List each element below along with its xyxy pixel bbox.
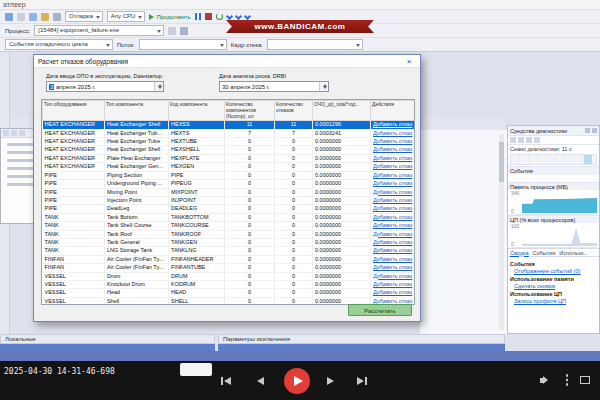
table-row[interactable]: TANK Tank Roof TANKROOF 0 0 0.0000000 До… xyxy=(43,230,416,238)
table-row[interactable]: HEAT EXCHANGER Heat Exchanger Tub... HEX… xyxy=(43,129,416,137)
col-ocho[interactable]: ОЧО_д(t_total*год... xyxy=(313,101,371,121)
add-failure-link[interactable]: Добавить отказ xyxy=(373,256,412,262)
table-row[interactable]: PIPE Mixing Point MIXPOINT 0 0 0.0000000… xyxy=(43,188,416,196)
add-failure-link[interactable]: Добавить отказ xyxy=(373,281,412,287)
stop-icon[interactable] xyxy=(205,13,212,20)
startup-date-picker[interactable]: 3 апреля 2025 г. xyxy=(46,81,164,92)
step-over-icon[interactable] xyxy=(226,13,233,20)
skip-forward-button[interactable] xyxy=(354,374,370,388)
table-row[interactable]: HEAT EXCHANGER Heat Exchanger Shell HEXS… xyxy=(43,121,416,129)
table-row[interactable]: VESSEL Knockout Drum KODRUM 0 0 0.000000… xyxy=(43,280,416,288)
document-scrollbar[interactable] xyxy=(499,134,504,330)
show-events-link[interactable]: Отображение событий (0) xyxy=(514,268,597,274)
diagnostics-tab[interactable]: События xyxy=(533,250,556,256)
pause-icon[interactable] xyxy=(195,13,197,20)
save-icon[interactable] xyxy=(29,13,37,21)
table-row[interactable]: VESSEL Drum DRUM 0 0 0.0000000 Добавить … xyxy=(43,272,416,280)
threads-icon[interactable] xyxy=(180,27,188,35)
close-icon[interactable] xyxy=(592,128,597,133)
table-row[interactable]: VESSEL Head HEAD 0 0 0.0000000 Добавить … xyxy=(43,289,416,297)
add-failure-link[interactable]: Добавить отказ xyxy=(373,172,412,178)
analysis-date-picker[interactable]: 30 апреля 2025 г. xyxy=(219,81,329,92)
skip-back-button[interactable] xyxy=(218,374,234,388)
table-row[interactable]: PIPE Piping Section PIPE 0 0 0.0000000 Д… xyxy=(43,171,416,179)
table-row[interactable]: TANK Tank Bottom TANKBOTTOM 0 0 0.000000… xyxy=(43,213,416,221)
table-row[interactable]: HEAT EXCHANGER Heat Exchanger Gen... HEX… xyxy=(43,163,416,171)
table-row[interactable]: HEAT EXCHANGER Heat Exchanger Shell HEXS… xyxy=(43,146,416,154)
table-row[interactable]: PIPE Underground Piping ... PIPEUG 0 0 0… xyxy=(43,180,416,188)
play-button[interactable] xyxy=(284,368,310,394)
record-cpu-link[interactable]: Запись профиля ЦП xyxy=(514,298,597,304)
col-component-code[interactable]: Код компонента xyxy=(169,101,225,121)
diagnostics-timeline[interactable] xyxy=(510,154,597,165)
add-failure-link[interactable]: Добавить отказ xyxy=(373,231,412,237)
new-file-icon[interactable] xyxy=(5,13,13,21)
tree-icon[interactable] xyxy=(3,130,9,136)
add-failure-link[interactable]: Добавить отказ xyxy=(373,155,412,161)
thread-dropdown[interactable] xyxy=(139,39,227,50)
add-failure-link[interactable]: Добавить отказ xyxy=(373,130,412,136)
diagnostics-tab[interactable]: Использо... xyxy=(559,250,588,256)
undo-icon[interactable] xyxy=(41,13,49,21)
table-row[interactable]: FINFAN Air Cooler (FinFan Ty... FINFANTU… xyxy=(43,264,416,272)
add-failure-link[interactable]: Добавить отказ xyxy=(373,146,412,152)
spinner-icon[interactable] xyxy=(319,82,328,91)
table-row[interactable]: HEAT EXCHANGER Plate Heat Exchanger HEXP… xyxy=(43,154,416,162)
continue-button[interactable]: Продолжить xyxy=(149,14,190,20)
table-row[interactable]: FINFAN Air Cooler (FinFan Ty... FINFANHE… xyxy=(43,255,416,263)
add-failure-link[interactable]: Добавить отказ xyxy=(373,239,412,245)
col-equipment-type[interactable]: Тип оборудования xyxy=(43,101,105,121)
lifecycle-dropdown[interactable]: События отладочного цикла xyxy=(5,39,113,50)
refresh-icon[interactable] xyxy=(11,130,17,136)
step-back-button[interactable] xyxy=(252,374,268,388)
collapse-icon[interactable] xyxy=(19,130,25,136)
add-failure-link[interactable]: Добавить отказ xyxy=(373,205,412,211)
add-failure-link[interactable]: Добавить отказ xyxy=(373,247,412,253)
add-failure-link[interactable]: Добавить отказ xyxy=(373,180,412,186)
locals-panel-tab[interactable]: Локальные xyxy=(0,334,215,344)
add-failure-link[interactable]: Добавить отказ xyxy=(373,163,412,169)
col-failure-count[interactable]: Количество отказов xyxy=(275,101,313,121)
add-failure-link[interactable]: Добавить отказ xyxy=(373,264,412,270)
step-forward-button[interactable] xyxy=(322,374,338,388)
pin-icon[interactable] xyxy=(585,128,590,133)
volume-button[interactable] xyxy=(540,376,548,384)
fullscreen-button[interactable] xyxy=(580,376,590,384)
add-failure-link[interactable]: Добавить отказ xyxy=(373,289,412,295)
platform-dropdown[interactable]: Any CPU xyxy=(107,11,146,22)
snapshot-icon[interactable] xyxy=(168,27,176,35)
step-out-icon[interactable] xyxy=(244,13,251,20)
add-failure-link[interactable]: Добавить отказ xyxy=(373,197,412,203)
calculate-button[interactable]: Рассчитать xyxy=(348,304,412,316)
col-actions[interactable]: Действия xyxy=(371,101,416,121)
table-row[interactable]: TANK LNG Storage Tank TANKLNG 0 0 0.0000… xyxy=(43,247,416,255)
debug-config-dropdown[interactable]: Отладка xyxy=(65,11,103,22)
reset-view-icon[interactable] xyxy=(526,137,532,143)
table-row[interactable]: TANK Tank General TANKGEN 0 0 0.0000000 … xyxy=(43,238,416,246)
take-snapshot-link[interactable]: Сделать снимок xyxy=(514,283,597,289)
col-component-count[interactable]: Количество компонентов (Ncomp), шт xyxy=(225,101,275,121)
close-icon[interactable]: × xyxy=(402,57,416,66)
add-failure-link[interactable]: Добавить отказ xyxy=(373,273,412,279)
exception-settings-panel[interactable]: Параметры исключения xyxy=(218,334,505,344)
add-failure-link[interactable]: Добавить отказ xyxy=(373,214,412,220)
table-row[interactable]: TANK Tank Shell Course TANKCOURSE 0 0 0.… xyxy=(43,222,416,230)
add-failure-link[interactable]: Добавить отказ xyxy=(373,138,412,144)
restart-icon[interactable] xyxy=(216,13,223,20)
redo-icon[interactable] xyxy=(53,13,61,21)
dialog-title-bar[interactable]: Расчет отказов оборудования × xyxy=(34,55,420,68)
add-failure-link[interactable]: Добавить отказ xyxy=(373,298,412,304)
zoom-in-icon[interactable] xyxy=(510,137,516,143)
diagnostics-tab[interactable]: Сводка xyxy=(510,250,529,256)
stackframe-dropdown[interactable] xyxy=(267,39,363,50)
zoom-out-icon[interactable] xyxy=(518,137,524,143)
add-failure-link[interactable]: Добавить отказ xyxy=(373,189,412,195)
more-options-button[interactable] xyxy=(566,374,569,377)
open-file-icon[interactable] xyxy=(17,13,25,21)
step-into-icon[interactable] xyxy=(235,13,242,20)
process-dropdown[interactable]: [15484] equipment_failure.exe xyxy=(34,25,164,36)
col-component-type[interactable]: Тип компонента xyxy=(105,101,169,121)
table-row[interactable]: PIPE DeadLeg DEADLEG 0 0 0.0000000 Добав… xyxy=(43,205,416,213)
spinner-icon[interactable] xyxy=(154,82,163,91)
add-failure-link[interactable]: Добавить отказ xyxy=(373,121,412,127)
